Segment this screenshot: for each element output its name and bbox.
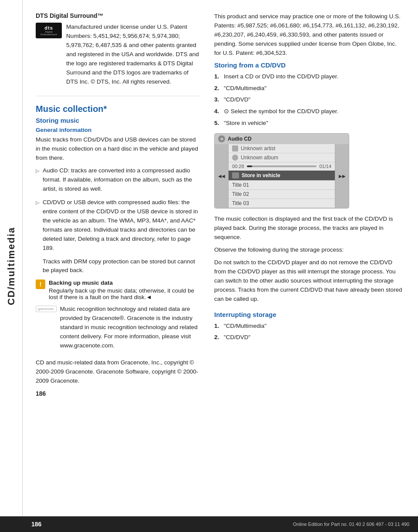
step-num: 5. bbox=[214, 119, 221, 128]
page-number: 186 bbox=[36, 390, 201, 397]
cd-widget: ⊙ Audio CD ◀◀ Unknown artist bbox=[214, 133, 349, 209]
dts-logo-row: dts Digital Entertainment Manufactured u… bbox=[36, 23, 201, 90]
warning-box: ! Backing up music data Regularly back u… bbox=[36, 279, 201, 300]
title-01: Title 01 bbox=[232, 182, 249, 188]
step-num: 1. bbox=[214, 72, 221, 81]
dts-logo-subtext: Digital Entertainment bbox=[37, 30, 61, 36]
patents-text: This product and service may practice on… bbox=[214, 12, 405, 58]
progress-bar-fill bbox=[247, 165, 253, 167]
cd-title-row-3: Title 03 bbox=[229, 199, 335, 208]
cd-store-row[interactable]: Store in vehicle bbox=[229, 171, 335, 181]
cd-note: CD and music-related data from Gracenote… bbox=[36, 358, 201, 386]
cd-progress-row: 00:28 01/14 bbox=[229, 162, 335, 171]
album-text: Unknown album bbox=[241, 155, 278, 161]
store-icon bbox=[232, 172, 239, 178]
storing-cd-title: Storing from a CD/DVD bbox=[214, 61, 405, 69]
interrupting-section: Interrupting storage 1. "CD/Multimedia" … bbox=[214, 311, 405, 343]
after-text-2: Observe the following during the storage… bbox=[214, 246, 405, 255]
list-item: 5. "Store in vehicle" bbox=[214, 119, 405, 128]
cd-nav-right: ▶▶ bbox=[335, 144, 349, 208]
time-right: 01/14 bbox=[319, 164, 331, 169]
list-item: 3. "CD/DVD" bbox=[214, 95, 405, 104]
cd-widget-title: Audio CD bbox=[228, 136, 252, 142]
time-left: 00:28 bbox=[232, 164, 244, 169]
next-icon: ▶▶ bbox=[339, 174, 346, 178]
divider bbox=[36, 96, 201, 96]
album-icon bbox=[232, 155, 238, 161]
sidebar: CD/multimedia bbox=[0, 0, 23, 532]
step-text: "CD/Multimedia" bbox=[224, 322, 266, 331]
list-item: 1. Insert a CD or DVD into the CD/DVD pl… bbox=[214, 72, 405, 81]
step-text: "CD/DVD" bbox=[224, 95, 250, 104]
bullet-text: Audio CD: tracks are converted into a co… bbox=[43, 166, 201, 194]
list-item: 4. ⊙ Select the symbol for the CD/DVD pl… bbox=[214, 107, 405, 116]
dts-logo-text: dts bbox=[44, 25, 53, 30]
gracenote-row: gracenote. Music recognition technology … bbox=[36, 305, 201, 354]
bullet-list: ▷ Audio CD: tracks are converted into a … bbox=[36, 166, 201, 253]
general-info-title: General information bbox=[36, 127, 201, 133]
main-content: DTS Digital Surround™ dts Digital Entert… bbox=[23, 0, 418, 423]
music-collection-section: Music collection* Storing music General … bbox=[36, 104, 201, 397]
cd-nav-left: ◀◀ bbox=[215, 144, 229, 208]
cd-title-row-2: Title 02 bbox=[229, 190, 335, 199]
cd-nav-row: ◀◀ Unknown artist Unknown album 00:28 bbox=[215, 144, 349, 208]
storing-cd-section: Storing from a CD/DVD 1. Insert a CD or … bbox=[214, 61, 405, 304]
tracks-note: Tracks with DRM copy protection can be s… bbox=[43, 257, 201, 276]
interrupting-steps-list: 1. "CD/Multimedia" 2. "CD/DVD" bbox=[214, 322, 405, 343]
warning-body: Regularly back up the music data; otherw… bbox=[49, 287, 194, 300]
cd-title-row-1: Title 01 bbox=[229, 181, 335, 190]
after-text-3: Do not switch to the CD/DVD player and d… bbox=[214, 258, 405, 304]
list-item: ▷ CD/DVD or USB device with compressed a… bbox=[36, 198, 201, 253]
artist-text: Unknown artist bbox=[241, 145, 275, 152]
cd-row-artist: Unknown artist bbox=[229, 144, 335, 153]
step-num: 4. bbox=[214, 107, 221, 116]
progress-bar bbox=[247, 165, 317, 167]
list-item: 2. "CD/Multimedia" bbox=[214, 84, 405, 93]
list-item: ▷ Audio CD: tracks are converted into a … bbox=[36, 166, 201, 194]
bullet-arrow-icon: ▷ bbox=[36, 167, 39, 194]
bullet-arrow-icon: ▷ bbox=[36, 199, 39, 253]
step-text: "CD/Multimedia" bbox=[224, 84, 266, 93]
list-item: 1. "CD/Multimedia" bbox=[214, 322, 405, 331]
step-text: "Store in vehicle" bbox=[224, 119, 268, 128]
footer-page-num: 186 bbox=[31, 521, 41, 528]
gracenote-text: Music recognition technology and related… bbox=[60, 305, 201, 350]
title-02: Title 02 bbox=[232, 191, 249, 197]
cd-row-album: Unknown album bbox=[229, 153, 335, 162]
page-footer: 186 Online Edition for Part no. 01 40 2 … bbox=[0, 516, 418, 532]
dts-logo: dts Digital Entertainment bbox=[36, 23, 62, 38]
step-num: 1. bbox=[214, 322, 221, 331]
warning-icon: ! bbox=[36, 279, 45, 289]
cd-widget-header: ⊙ Audio CD bbox=[215, 134, 349, 144]
interrupting-title: Interrupting storage bbox=[214, 311, 405, 318]
dts-section: DTS Digital Surround™ dts Digital Entert… bbox=[36, 12, 201, 90]
dts-title: DTS Digital Surround™ bbox=[36, 12, 201, 19]
prev-icon: ◀◀ bbox=[218, 174, 225, 178]
gracenote-logo: gracenote. bbox=[36, 306, 57, 312]
step-text: Insert a CD or DVD into the CD/DVD playe… bbox=[224, 72, 338, 81]
footer-text: Online Edition for Part no. 01 40 2 606 … bbox=[293, 522, 409, 527]
storing-music-title: Storing music bbox=[36, 117, 201, 124]
person-icon bbox=[232, 145, 238, 152]
sidebar-label: CD/multimedia bbox=[6, 227, 17, 305]
storing-steps-list: 1. Insert a CD or DVD into the CD/DVD pl… bbox=[214, 72, 405, 128]
after-text-1: The music collection is displayed and th… bbox=[214, 215, 405, 242]
step-num: 3. bbox=[214, 95, 221, 104]
title-03: Title 03 bbox=[232, 200, 249, 206]
general-info-body: Music tracks from CDs/DVDs and USB devic… bbox=[36, 135, 201, 163]
music-collection-title: Music collection* bbox=[36, 104, 201, 114]
list-item: 2. "CD/DVD" bbox=[214, 333, 405, 342]
store-label: Store in vehicle bbox=[242, 172, 280, 178]
dts-body: Manufactured under license under U.S. Pa… bbox=[66, 23, 201, 86]
warning-content: Backing up music data Regularly back up … bbox=[49, 279, 201, 300]
cd-disc-icon: ⊙ bbox=[218, 135, 225, 142]
step-num: 2. bbox=[214, 333, 221, 342]
left-column: DTS Digital Surround™ dts Digital Entert… bbox=[36, 12, 201, 397]
step-text: "CD/DVD" bbox=[224, 333, 250, 342]
right-column: This product and service may practice on… bbox=[214, 12, 405, 397]
step-num: 2. bbox=[214, 84, 221, 93]
bullet-text: CD/DVD or USB device with compressed aud… bbox=[43, 199, 198, 251]
warning-title: Backing up music data bbox=[49, 279, 201, 286]
step-text: ⊙ Select the symbol for the CD/DVD playe… bbox=[224, 107, 338, 116]
